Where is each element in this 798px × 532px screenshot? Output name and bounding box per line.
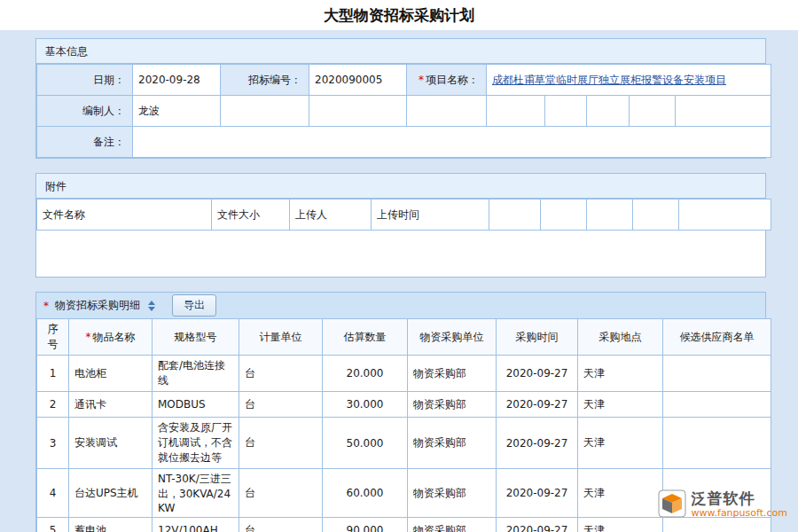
cell-supplier: [663, 392, 771, 418]
cell-place: 天津: [578, 392, 663, 418]
compiler-value: 龙波: [133, 96, 221, 127]
cell-unit: 台: [239, 356, 323, 392]
detail-toolbar: * 物资招标采购明细 导出: [35, 292, 766, 318]
empty-cell: [633, 200, 679, 231]
cell-place: 天津: [578, 356, 663, 392]
empty-cell: [587, 96, 630, 127]
bid-no-value: 2020090005: [309, 65, 407, 96]
basic-info-row-3: 备注：: [37, 127, 771, 158]
project-link[interactable]: 成都杜甫草堂临时展厅独立展柜报警设备安装项目: [492, 74, 726, 86]
table-row: 3 安装调试 含安装及原厂开订机调试，不含就位搬去边等 台 50.000 物资采…: [37, 418, 771, 469]
attach-header-filename: 文件名称: [37, 200, 212, 231]
cell-dept: 物资采购部: [408, 356, 497, 392]
basic-info-table: 日期： 2020-09-28 招标编号： 2020090005 *项目名称： 成…: [36, 64, 771, 158]
required-asterisk: *: [43, 300, 49, 312]
basic-info-section-title: 基本信息: [36, 39, 765, 64]
cell-no: 3: [37, 418, 69, 469]
cell-qty: 60.000: [323, 469, 408, 518]
cell-place: 天津: [578, 518, 663, 532]
cell-time: 2020-09-27: [497, 418, 578, 469]
cell-supplier: [663, 356, 771, 392]
attachments-empty-area: [36, 231, 765, 277]
cell-name: 通讯卡: [69, 392, 153, 418]
remark-value-cell: [133, 127, 771, 158]
attach-header-uploadtime: 上传时间: [372, 200, 489, 231]
content: 基本信息 日期： 2020-09-28 招标编号： 2020090005 *项目…: [0, 30, 798, 532]
detail-header-row: 序号 *物品名称 规格型号 计量单位 估算数量 物资采购单位 采购时间 采购地点…: [37, 319, 771, 356]
cell-qty: 90.000: [323, 518, 408, 532]
col-header-supplier: 候选供应商名单: [663, 319, 771, 356]
project-value-cell: 成都杜甫草堂临时展厅独立展柜报警设备安装项目: [487, 65, 771, 96]
cell-no: 1: [37, 356, 69, 392]
col-header-spec: 规格型号: [153, 319, 239, 356]
compiler-label: 编制人：: [37, 96, 133, 127]
col-header-dept: 物资采购单位: [408, 319, 497, 356]
cell-supplier: [663, 418, 771, 469]
empty-cell: [541, 200, 587, 231]
cell-name: 安装调试: [69, 418, 153, 469]
cell-spec: 含安装及原厂开订机调试，不含就位搬去边等: [153, 418, 239, 469]
attachments-section-title: 附件: [36, 174, 765, 199]
basic-info-row-1: 日期： 2020-09-28 招标编号： 2020090005 *项目名称： 成…: [37, 65, 771, 96]
col-header-qty: 估算数量: [323, 319, 408, 356]
cell-dept: 物资采购部: [408, 469, 497, 518]
required-asterisk: *: [419, 74, 424, 86]
cell-unit: 台: [239, 518, 323, 532]
cell-no: 5: [37, 518, 69, 532]
cell-spec: NT-30K/三进三出，30KVA/24KW: [153, 469, 239, 518]
remark-label: 备注：: [37, 127, 133, 158]
col-header-no: 序号: [37, 319, 69, 356]
cell-dept: 物资采购部: [408, 392, 497, 418]
basic-info-row-2: 编制人： 龙波: [37, 96, 771, 127]
cell-unit: 台: [239, 392, 323, 418]
attachments-header-row: 文件名称 文件大小 上传人 上传时间: [37, 200, 771, 231]
fanpu-brand-text: 泛普软件 www.fanpusoft.com: [692, 490, 787, 519]
empty-cell: [679, 200, 771, 231]
empty-cell: [489, 200, 541, 231]
empty-cell: [676, 96, 771, 127]
empty-cell: [309, 96, 407, 127]
empty-cell: [587, 200, 633, 231]
col-header-place: 采购地点: [578, 319, 663, 356]
cell-dept: 物资采购部: [408, 518, 497, 532]
cell-spec: 12V/100AH: [153, 518, 239, 532]
fanpu-logo-icon: [658, 489, 686, 520]
col-header-name: *物品名称: [69, 319, 153, 356]
empty-cell: [407, 96, 487, 127]
cell-no: 2: [37, 392, 69, 418]
table-row: 2 通讯卡 MODBUS 台 30.000 物资采购部 2020-09-27 天…: [37, 392, 771, 418]
cell-no: 4: [37, 469, 69, 518]
cell-place: 天津: [578, 469, 663, 518]
project-label: *项目名称：: [407, 65, 487, 96]
cell-unit: 台: [239, 469, 323, 518]
brand-url[interactable]: www.fanpusoft.com: [692, 508, 787, 520]
cell-time: 2020-09-27: [497, 356, 578, 392]
cell-time: 2020-09-27: [497, 392, 578, 418]
empty-cell: [630, 96, 676, 127]
col-header-unit: 计量单位: [239, 319, 323, 356]
fanpu-watermark: 泛普软件 www.fanpusoft.com: [658, 489, 787, 520]
cell-name: 电池柜: [69, 356, 153, 392]
cell-spec: MODBUS: [153, 392, 239, 418]
brand-name: 泛普软件: [692, 490, 787, 508]
empty-cell: [545, 96, 587, 127]
bid-no-label: 招标编号：: [221, 65, 309, 96]
cell-qty: 20.000: [323, 356, 408, 392]
sort-arrows-icon[interactable]: [148, 301, 155, 311]
detail-section-title: 物资招标采购明细: [55, 298, 140, 313]
cell-name: 台达UPS主机: [69, 469, 153, 518]
export-button[interactable]: 导出: [172, 294, 216, 317]
table-row: 1 电池柜 配套/电池连接线 台 20.000 物资采购部 2020-09-27…: [37, 356, 771, 392]
cell-time: 2020-09-27: [497, 469, 578, 518]
cell-spec: 配套/电池连接线: [153, 356, 239, 392]
col-header-time: 采购时间: [497, 319, 578, 356]
detail-panel: 序号 *物品名称 规格型号 计量单位 估算数量 物资采购单位 采购时间 采购地点…: [35, 318, 766, 532]
title-bar: 大型物资招标采购计划: [0, 0, 798, 30]
cell-dept: 物资采购部: [408, 418, 497, 469]
cell-unit: 台: [239, 418, 323, 469]
cell-qty: 30.000: [323, 392, 408, 418]
required-asterisk: *: [86, 331, 91, 343]
cell-qty: 50.000: [323, 418, 408, 469]
attachments-panel: 附件 文件名称 文件大小 上传人 上传时间: [35, 173, 766, 278]
cell-time: 2020-09-27: [497, 518, 578, 532]
